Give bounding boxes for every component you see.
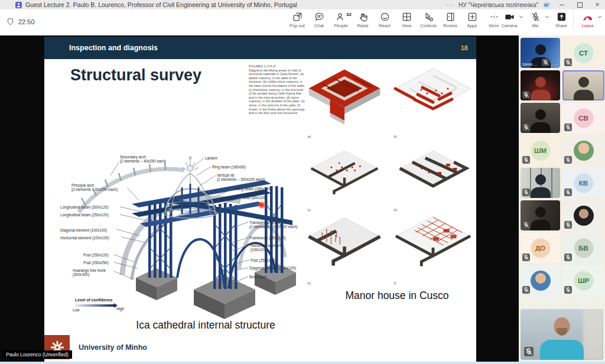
titlebar-overflow-icon[interactable]: ··· [446, 2, 454, 8]
timer-value: 22:50 [18, 18, 35, 25]
ica-caption: Ica cathedral internal structure [114, 319, 297, 332]
share-button[interactable]: Share [553, 11, 570, 28]
cathedral-label: Post (250x250) [83, 261, 109, 265]
chat-button[interactable]: Chat [311, 11, 327, 28]
manor-diagram-d: (d) [392, 147, 474, 215]
mic-muted-icon [522, 254, 530, 261]
participant-initials-tile[interactable]: СВ [562, 103, 604, 133]
slide-title: Structural survey [70, 66, 201, 84]
participant-initials: ШМ [531, 141, 550, 160]
participant-video-tile[interactable] [521, 168, 560, 198]
mic-muted-icon [564, 156, 572, 164]
participant-video-tile-active[interactable] [562, 70, 604, 100]
cathedral-label: Vertical rib (2 elements – 300x100 each) [217, 173, 265, 182]
view-button[interactable]: View [398, 11, 415, 28]
cathedral-label: Diagonal element (100x100) [60, 228, 107, 232]
mic-muted-icon [564, 188, 572, 196]
participant-video-tile[interactable] [521, 70, 560, 100]
spotlight-video-tile[interactable] [521, 309, 603, 360]
people-icon [336, 11, 347, 22]
leave-button[interactable]: Leave [580, 11, 596, 28]
share-icon [556, 11, 567, 22]
legend-high: High [116, 307, 124, 311]
participant-avatar-tile[interactable] [562, 200, 604, 230]
participant-name: Ірина ... [522, 62, 537, 66]
popout-button[interactable]: Pop out [289, 11, 305, 28]
apps-button[interactable]: Apps [464, 11, 480, 28]
participant-initials-tile[interactable]: ШР [562, 265, 604, 295]
avatar [574, 206, 594, 226]
slide-header-bar: Inspection and diagnosis 18 [44, 37, 476, 59]
org-name: НУ "Чернігівська політехніка" [458, 2, 538, 8]
chat-icon [314, 11, 325, 22]
participant-initials-tile[interactable]: СТ [562, 38, 604, 68]
participant-initials-tile[interactable]: ШМ [521, 135, 560, 165]
participant-initials-tile[interactable]: КВ [562, 168, 604, 198]
participants-sidebar: Ірина ... ··· СТ СВ [519, 35, 605, 362]
participant-video-tile[interactable] [521, 103, 560, 133]
leave-icon [583, 11, 594, 22]
popout-icon [292, 11, 303, 22]
mic-muted-icon [522, 91, 530, 99]
controls-button[interactable]: Controls [420, 11, 437, 28]
mic-muted-icon [522, 156, 530, 164]
figure-caption: FIGURES 2.17A–F. Diagrams identifying ar… [249, 64, 306, 115]
react-button[interactable]: React [376, 11, 393, 28]
participant-initials-tile[interactable]: ДО [521, 233, 560, 263]
participant-video-tile[interactable] [521, 200, 560, 230]
confidence-gradient-bar [75, 304, 114, 307]
presenter-name-tag: Paulo Lourenco (Unverified) [2, 350, 72, 359]
participant-beard [557, 328, 567, 336]
mic-muted-icon [564, 221, 572, 229]
manor-diagram-a: (a) [305, 64, 383, 142]
mic-chevron-icon[interactable] [545, 15, 549, 20]
mic-button[interactable]: Mic [527, 11, 544, 28]
manor-caption: Manor house in Cusco [317, 290, 476, 302]
leave-chevron-icon[interactable] [597, 15, 602, 20]
raise-hand-button[interactable]: Raise [354, 11, 371, 28]
participant-avatar-tile[interactable] [562, 135, 604, 165]
cathedral-label: Ring beam (180x60) [212, 165, 246, 169]
shield-icon [6, 17, 15, 26]
cathedral-label: Lantern [205, 156, 217, 160]
participant-grid: Ірина ... ··· СТ СВ [521, 38, 604, 295]
shared-screen-stage: Inspection and diagnosis 18 Structural s… [0, 35, 519, 362]
camera-button[interactable]: Camera [501, 11, 518, 28]
camera-chevron-icon[interactable] [519, 15, 523, 20]
cathedral-label: Huarango tree trunk (300x300) [73, 268, 106, 277]
minimize-button[interactable] [555, 0, 568, 9]
close-button[interactable]: ✕ [591, 0, 604, 9]
mic-muted-icon [530, 11, 541, 22]
teams-icon [15, 2, 22, 8]
participant-initials: СВ [574, 108, 593, 128]
manor-diagram-b: (b) [392, 64, 474, 142]
mic-muted-icon [524, 347, 534, 356]
meeting-toolbar: 22:50 Pop out Chat 32 People Raise [0, 9, 605, 36]
tile-more-icon[interactable]: ··· [551, 61, 558, 67]
mic-muted-icon [522, 221, 530, 229]
cathedral-label: Diagonal element (100x100) [249, 266, 296, 270]
rooms-button[interactable]: Rooms [442, 11, 458, 28]
mic-muted-icon [522, 188, 530, 196]
cathedral-label: Longitudinal beam (250x120) [60, 213, 109, 217]
cathedral-label: Framework (250x120) [249, 236, 286, 240]
maximize-button[interactable] [573, 0, 586, 9]
participant-video-tile[interactable]: Ірина ... ··· [521, 38, 560, 68]
people-button[interactable]: 32 People [333, 11, 349, 28]
cathedral-label: Post (250x120) [83, 253, 109, 257]
window-titlebar: Guest Lecture 2. Paulo B. Lourenco, Prof… [0, 0, 605, 10]
participant-avatar-tile[interactable] [521, 265, 560, 295]
cathedral-label: Post (250x120) [251, 258, 276, 262]
participant-initials-tile[interactable]: БВ [562, 233, 604, 263]
participant-initials: СТ [574, 43, 593, 63]
controls-icon [423, 11, 434, 22]
teams-meeting-window: Guest Lecture 2. Paulo B. Lourenco, Prof… [0, 0, 605, 364]
cathedral-label: Brick base [249, 275, 266, 279]
legend-low: Low [73, 308, 80, 312]
participant-initials: КВ [574, 173, 593, 193]
meeting-timer: 22:50 [6, 17, 35, 26]
mic-muted-icon [564, 58, 572, 66]
cathedral-label: Transversal Beam (2 elements – 250x120 e… [249, 220, 298, 229]
rooms-icon [445, 11, 456, 22]
org-badge[interactable]: БГ [543, 1, 551, 9]
